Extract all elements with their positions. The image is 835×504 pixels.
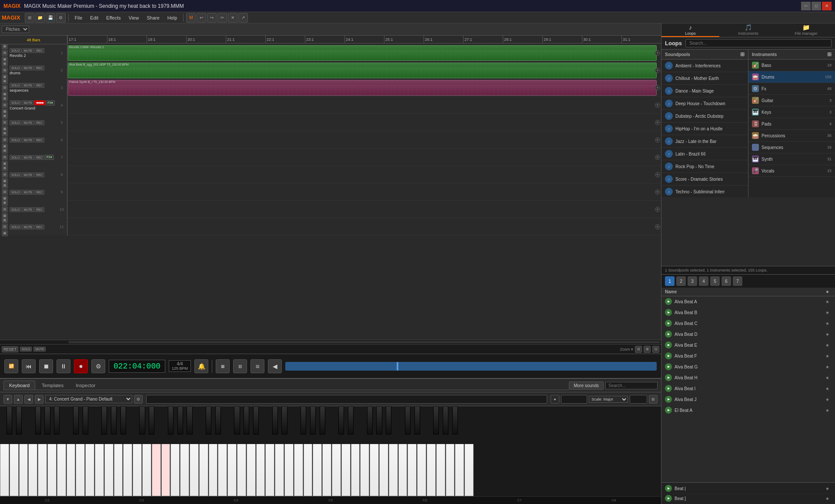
piano-black-key[interactable] <box>338 406 344 434</box>
piano-black-key[interactable] <box>310 406 316 434</box>
loop-item[interactable]: ▶Alva Beat G★ <box>661 361 835 372</box>
pitch-num-7[interactable]: 7 <box>733 276 742 286</box>
piano-black-key[interactable] <box>206 406 211 434</box>
track-icon[interactable]: ⊞ <box>2 44 8 50</box>
menu-help[interactable]: Help <box>164 14 181 21</box>
piano-black-key[interactable] <box>101 406 107 434</box>
piano-white-key[interactable] <box>85 444 94 496</box>
more-sounds-button[interactable]: More sounds <box>569 381 604 390</box>
loops-search-input[interactable] <box>685 39 832 47</box>
instrument-item[interactable]: 🎵Sequences16 <box>748 142 835 153</box>
track-icon[interactable]: ⊞ <box>2 217 8 223</box>
piano-white-key[interactable] <box>76 444 85 496</box>
view-btn-3[interactable]: ⊡ <box>652 346 659 353</box>
bottom-reset[interactable]: RESET <box>2 346 18 352</box>
track-add-button[interactable]: + <box>655 137 660 143</box>
piano-white-key[interactable] <box>19 444 28 496</box>
soundpool-item[interactable]: ♪Latin - Brazil 66 <box>661 148 748 160</box>
piano-black-key[interactable] <box>301 406 306 434</box>
piano-white-key[interactable] <box>417 444 426 496</box>
piano-black-key[interactable] <box>35 406 41 434</box>
pitch-selector[interactable]: Pitches <box>2 26 29 33</box>
track-add-button[interactable]: + <box>655 103 660 108</box>
piano-black-key[interactable] <box>83 406 88 434</box>
instrument-item[interactable]: 🎸Guitar3 <box>748 95 835 106</box>
kb-vol-slider[interactable] <box>561 395 587 404</box>
track-mute-3[interactable]: MUTE <box>22 83 34 88</box>
track-mute-9[interactable]: MUTE <box>22 190 34 195</box>
piano-black-key[interactable] <box>244 406 249 434</box>
piano-white-key[interactable] <box>28 444 37 496</box>
beat-item-2[interactable]: ▶ Beat ] ★ <box>661 494 835 503</box>
loop-play-icon[interactable]: ▶ <box>665 309 672 316</box>
pitch-num-4[interactable]: 4 <box>699 276 708 286</box>
piano-white-key[interactable] <box>275 444 284 496</box>
piano-white-key[interactable] <box>464 444 474 496</box>
tab-instruments[interactable]: 🎵 Instruments <box>719 23 777 37</box>
track-rec-11[interactable]: REC <box>34 225 44 229</box>
toolbar-redo[interactable]: ↪ <box>207 13 217 23</box>
loop-star[interactable]: ★ <box>823 343 832 348</box>
track-rec-6[interactable]: REC <box>34 138 44 143</box>
kb-extra-slider[interactable] <box>630 395 647 404</box>
track-clip[interactable]: Patrick Synth B_I T5_130.00 BPM <box>68 80 657 96</box>
track-solo-6[interactable]: SOLO <box>10 138 21 143</box>
piano-black-key[interactable] <box>386 406 391 434</box>
loop-item[interactable]: ▶Alva Beat J★ <box>661 394 835 405</box>
piano-black-key[interactable] <box>7 406 12 434</box>
piano-white-key[interactable] <box>436 444 445 496</box>
piano-white-key[interactable] <box>247 444 256 496</box>
piano-white-key[interactable] <box>142 444 151 496</box>
track-add-button[interactable]: + <box>655 120 660 125</box>
soundpool-item[interactable]: ♪Rock Pop - No Time <box>661 160 748 173</box>
track-solo-2[interactable]: SOLO <box>10 66 21 70</box>
kb-next-btn[interactable]: ▶ <box>35 395 43 404</box>
loop-star[interactable]: ★ <box>823 332 832 337</box>
piano-black-key[interactable] <box>187 406 192 434</box>
toolbar-cursor[interactable]: ↗ <box>238 13 248 23</box>
pitch-num-6[interactable]: 6 <box>721 276 731 286</box>
track-solo-10[interactable]: SOLO <box>10 207 21 212</box>
loop-play-icon[interactable]: ▶ <box>665 363 672 370</box>
track-mute-10[interactable]: MUTE <box>22 207 34 212</box>
track-icon[interactable]: ⊟ <box>2 172 8 178</box>
piano-black-key[interactable] <box>452 406 458 434</box>
track-rec-3[interactable]: REC <box>34 83 44 88</box>
minimize-button[interactable]: ─ <box>801 2 811 10</box>
piano-black-key[interactable] <box>376 406 382 434</box>
track-rec-8[interactable]: REC <box>34 172 44 177</box>
track-add-button[interactable]: + <box>655 85 660 90</box>
track-icon[interactable]: ⊞ <box>2 78 8 84</box>
track-rec-7[interactable]: REC <box>34 155 44 160</box>
loop-star[interactable]: ★ <box>823 354 832 358</box>
piano-white-key[interactable] <box>284 444 294 496</box>
piano-white-key[interactable] <box>104 444 114 496</box>
beat-play-1[interactable]: ▶ <box>665 485 672 492</box>
loop-item[interactable]: ▶El Beat A★ <box>661 405 835 416</box>
track-icon[interactable]: ⊞ <box>2 165 8 171</box>
loop-play-icon[interactable]: ▶ <box>665 396 672 403</box>
piano-white-key[interactable] <box>0 444 9 496</box>
track-rec-9[interactable]: REC <box>34 190 44 195</box>
track-icon[interactable]: ⊟ <box>2 50 8 56</box>
track-icon[interactable]: ⊟ <box>2 189 8 195</box>
piano-black-key[interactable] <box>405 406 411 434</box>
piano-black-key[interactable] <box>120 406 126 434</box>
close-button[interactable]: ✕ <box>822 2 832 10</box>
kb-settings-btn[interactable]: ⚙ <box>134 395 143 404</box>
track-solo-3[interactable]: SOLO <box>10 83 21 88</box>
piano-white-key[interactable] <box>351 444 360 496</box>
position-slider[interactable] <box>285 362 657 371</box>
keyboard-search[interactable] <box>605 382 658 389</box>
piano-white-key[interactable] <box>67 444 76 496</box>
playback-mode-3[interactable]: ▤ <box>250 359 264 373</box>
piano-black-key[interactable] <box>443 406 448 434</box>
bottom-mute[interactable]: MUTE <box>33 347 46 351</box>
bottom-solo[interactable]: SOLO <box>20 347 32 351</box>
track-fx-7[interactable]: FX▾ <box>45 155 54 160</box>
track-mute-11[interactable]: MUTE <box>22 225 34 229</box>
loop-star[interactable]: ★ <box>823 310 832 315</box>
soundpool-item[interactable]: ♪Dance - Main Stage <box>661 85 748 97</box>
soundpool-item[interactable]: ♪HipHop - I'm on a Hustle <box>661 123 748 135</box>
piano-white-key[interactable] <box>322 444 331 496</box>
